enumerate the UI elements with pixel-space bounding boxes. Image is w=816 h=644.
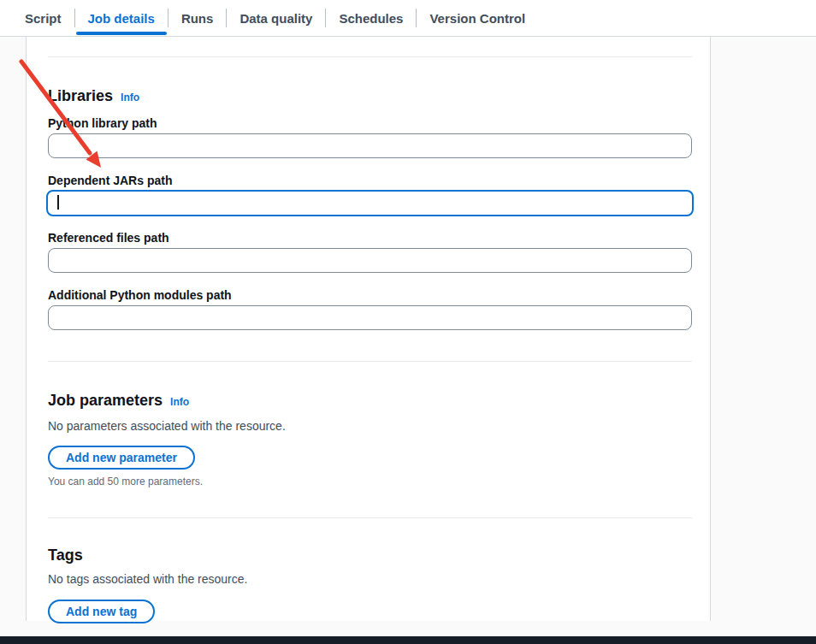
tab-version-control-label: Version Control xyxy=(429,11,525,26)
python-library-path-input[interactable] xyxy=(48,133,692,158)
referenced-files-path-label: Referenced files path xyxy=(48,229,692,246)
glue-job-details-page: Script Job details Runs Data quality Sch… xyxy=(0,0,816,644)
python-library-path-field xyxy=(48,133,692,158)
tab-runs-label: Runs xyxy=(181,11,214,26)
tab-script-label: Script xyxy=(25,11,62,26)
tab-data-quality-label: Data quality xyxy=(239,11,312,26)
bottom-bar xyxy=(0,636,816,644)
job-parameters-title: Job parameters xyxy=(48,392,163,409)
tab-schedules[interactable]: Schedules xyxy=(326,0,416,36)
additional-python-modules-path-input[interactable] xyxy=(48,305,692,330)
referenced-files-path-input[interactable] xyxy=(48,248,692,273)
tab-job-details[interactable]: Job details xyxy=(75,0,168,36)
dependent-jars-path-input[interactable] xyxy=(46,190,694,216)
tab-script[interactable]: Script xyxy=(12,0,74,36)
job-parameters-info-link[interactable]: Info xyxy=(170,396,189,408)
section-divider xyxy=(48,56,692,57)
job-parameters-section: Job parametersInfo No parameters associa… xyxy=(48,390,692,488)
add-new-parameter-button[interactable]: Add new parameter xyxy=(48,446,195,470)
job-parameters-hint-text: You can add 50 more parameters. xyxy=(48,475,692,488)
tags-heading: Tags xyxy=(48,545,692,565)
additional-python-modules-path-label: Additional Python modules path xyxy=(48,287,692,304)
dependent-jars-path-label: Dependent JARs path xyxy=(48,172,692,189)
tab-job-details-label: Job details xyxy=(88,11,155,26)
additional-python-modules-path-field xyxy=(48,305,692,330)
tags-empty-text: No tags associated with the resource. xyxy=(48,570,692,588)
libraries-section: LibrariesInfo Python library path Depend… xyxy=(48,86,692,330)
libraries-heading: LibrariesInfo xyxy=(48,86,692,108)
section-divider xyxy=(48,361,692,362)
python-library-path-label: Python library path xyxy=(48,115,692,132)
job-parameters-heading: Job parametersInfo xyxy=(48,390,692,412)
referenced-files-path-field xyxy=(48,248,692,273)
tab-bar: Script Job details Runs Data quality Sch… xyxy=(0,0,816,37)
add-new-tag-button[interactable]: Add new tag xyxy=(48,600,155,623)
content-area: LibrariesInfo Python library path Depend… xyxy=(0,37,816,621)
tab-runs[interactable]: Runs xyxy=(169,0,227,36)
libraries-title: Libraries xyxy=(48,87,113,104)
dependent-jars-path-field xyxy=(48,190,692,216)
text-cursor xyxy=(57,195,59,210)
libraries-info-link[interactable]: Info xyxy=(121,92,139,103)
section-divider xyxy=(48,517,692,518)
job-parameters-empty-text: No parameters associated with the resour… xyxy=(48,417,692,434)
tab-schedules-label: Schedules xyxy=(339,11,403,26)
tags-title: Tags xyxy=(48,547,83,564)
tab-data-quality[interactable]: Data quality xyxy=(227,0,325,36)
tags-section: Tags No tags associated with the resourc… xyxy=(48,545,692,623)
job-details-panel: LibrariesInfo Python library path Depend… xyxy=(26,37,711,621)
tab-version-control[interactable]: Version Control xyxy=(417,0,538,36)
